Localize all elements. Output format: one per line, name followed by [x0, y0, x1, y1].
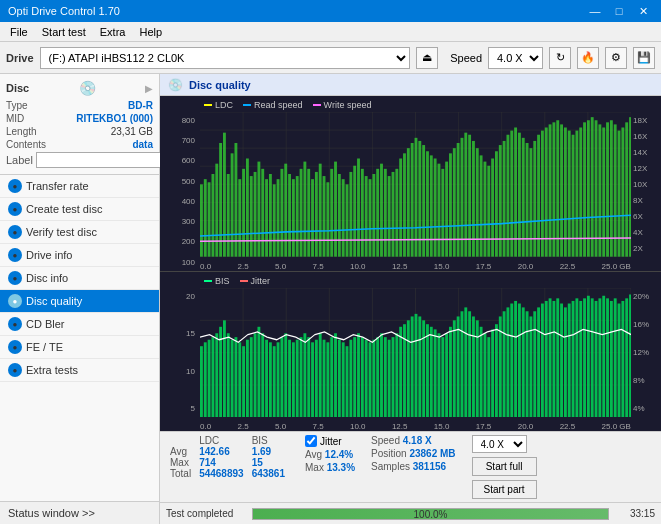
jitter-avg-label: Avg [305, 449, 322, 460]
chart1-container: LDC Read speed Write speed 800 700 60 [160, 96, 661, 271]
mid-label: MID [6, 113, 24, 124]
menu-bar: File Start test Extra Help [0, 22, 661, 42]
nav-transfer-rate[interactable]: ● Transfer rate [0, 175, 159, 198]
svg-rect-30 [242, 169, 245, 257]
start-part-button[interactable]: Start part [472, 480, 537, 499]
svg-rect-49 [315, 172, 318, 257]
svg-rect-109 [545, 128, 548, 257]
svg-rect-34 [257, 162, 260, 257]
type-value: BD-R [128, 100, 153, 111]
svg-rect-152 [219, 326, 222, 417]
svg-rect-239 [552, 301, 555, 417]
close-button[interactable]: ✕ [633, 3, 653, 19]
svg-rect-38 [273, 184, 276, 256]
position-value: 23862 MB [409, 448, 455, 459]
menu-extra[interactable]: Extra [94, 25, 132, 39]
minimize-button[interactable]: — [585, 3, 605, 19]
jitter-max-row: Max 13.3% [305, 462, 355, 473]
svg-rect-167 [277, 342, 280, 417]
nav-cd-bler[interactable]: ● CD Bler [0, 313, 159, 336]
nav-icon-create: ● [8, 202, 22, 216]
svg-rect-198 [395, 333, 398, 417]
contents-value: data [132, 139, 153, 150]
menu-start-test[interactable]: Start test [36, 25, 92, 39]
nav-disc-info[interactable]: ● Disc info [0, 267, 159, 290]
svg-rect-245 [575, 298, 578, 417]
svg-rect-193 [376, 337, 379, 417]
speed-label: Speed [450, 52, 482, 64]
chart1-x-axis: 0.02.55.07.510.012.515.017.520.022.525.0… [200, 262, 631, 271]
jitter-color-dot [240, 280, 248, 282]
svg-rect-105 [529, 148, 532, 257]
eject-button[interactable]: ⏏ [416, 47, 438, 69]
nav-create-test-disc[interactable]: ● Create test disc [0, 198, 159, 221]
status-text: Test completed [166, 508, 246, 519]
svg-rect-35 [261, 169, 264, 257]
svg-rect-94 [487, 166, 490, 257]
speed-target-select[interactable]: 4.0 X [472, 435, 527, 453]
nav-disc-quality[interactable]: ● Disc quality [0, 290, 159, 313]
svg-rect-209 [438, 333, 441, 417]
svg-rect-63 [369, 179, 372, 257]
save-button[interactable]: 💾 [633, 47, 655, 69]
chart2-y-axis-left: 20 15 10 5 [160, 288, 200, 417]
svg-rect-224 [495, 324, 498, 417]
menu-help[interactable]: Help [133, 25, 168, 39]
svg-rect-32 [250, 176, 253, 257]
total-bis: 643861 [248, 468, 289, 479]
svg-rect-251 [598, 298, 601, 417]
svg-rect-64 [372, 174, 375, 257]
menu-file[interactable]: File [4, 25, 34, 39]
jitter-checkbox[interactable] [305, 435, 317, 447]
svg-rect-97 [499, 145, 502, 257]
svg-rect-203 [415, 314, 418, 417]
nav-drive-info[interactable]: ● Drive info [0, 244, 159, 267]
svg-rect-226 [503, 311, 506, 417]
svg-rect-119 [583, 122, 586, 256]
svg-rect-31 [246, 159, 249, 257]
svg-rect-47 [307, 169, 310, 257]
speed-select[interactable]: 4.0 X [488, 47, 543, 69]
svg-rect-250 [595, 301, 598, 417]
drive-label: Drive [6, 52, 34, 64]
refresh-button[interactable]: ↻ [549, 47, 571, 69]
type-label: Type [6, 100, 28, 111]
svg-rect-52 [326, 182, 329, 256]
svg-rect-165 [269, 342, 272, 417]
label-input[interactable] [36, 152, 169, 168]
svg-rect-220 [480, 326, 483, 417]
svg-rect-166 [273, 346, 276, 417]
svg-rect-205 [422, 320, 425, 417]
svg-rect-237 [545, 301, 548, 417]
legend-write: Write speed [313, 100, 372, 110]
svg-rect-19 [200, 184, 203, 256]
svg-rect-70 [395, 169, 398, 257]
time-text: 33:15 [615, 508, 655, 519]
svg-rect-253 [606, 298, 609, 417]
status-window-button[interactable]: Status window >> [0, 501, 159, 524]
nav-verify-test-disc[interactable]: ● Verify test disc [0, 221, 159, 244]
chart2-svg [200, 288, 631, 417]
svg-rect-177 [315, 339, 318, 417]
chart2-container: BIS Jitter 20 15 10 5 20% [160, 272, 661, 431]
drive-select[interactable]: (F:) ATAPI iHBS112 2 CL0K [40, 47, 411, 69]
svg-rect-208 [434, 329, 437, 417]
chart2-x-axis: 0.02.55.07.510.012.515.017.520.022.525.0… [200, 422, 631, 431]
nav-extra-tests[interactable]: ● Extra tests [0, 359, 159, 382]
burn-button[interactable]: 🔥 [577, 47, 599, 69]
svg-rect-240 [556, 298, 559, 417]
svg-rect-210 [441, 337, 444, 417]
bottom-stats: LDC BIS Avg 142.66 1.69 Max 714 15 Tot [160, 431, 661, 502]
config-button[interactable]: ⚙ [605, 47, 627, 69]
svg-rect-81 [438, 164, 441, 257]
svg-rect-252 [602, 295, 605, 417]
svg-rect-201 [407, 320, 410, 417]
nav-fe-te[interactable]: ● FE / TE [0, 336, 159, 359]
svg-rect-41 [284, 164, 287, 257]
position-label: Position [371, 448, 407, 459]
maximize-button[interactable]: □ [609, 3, 629, 19]
svg-rect-168 [280, 337, 283, 417]
svg-rect-65 [376, 169, 379, 257]
svg-rect-178 [319, 333, 322, 417]
start-full-button[interactable]: Start full [472, 457, 537, 476]
